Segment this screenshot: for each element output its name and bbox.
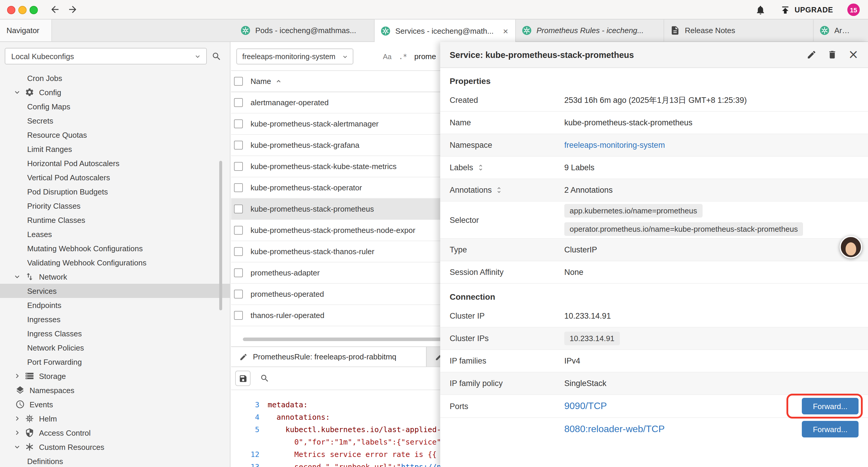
row-checkbox[interactable] [234, 311, 243, 320]
assistant-avatar[interactable] [840, 236, 862, 258]
sidebar-item-network-policies[interactable]: Network Policies [0, 341, 230, 355]
service-name: thanos-ruler-operated [251, 311, 324, 320]
sidebar-item-mutating-webhook-configurations[interactable]: Mutating Webhook Configurations [0, 241, 230, 255]
tab-release-notes[interactable]: Release Notes [664, 20, 814, 41]
sidebar-item-validating-webhook-configurations[interactable]: Validating Webhook Configurations [0, 255, 230, 269]
chevron-down-icon[interactable] [13, 272, 21, 281]
sidebar-item-label: Ingress Classes [27, 329, 82, 338]
row-value: app.kubernetes.io/name=prometheusoperato… [564, 204, 868, 236]
chevron-down-icon[interactable] [13, 443, 21, 451]
row-checkbox[interactable] [234, 119, 243, 128]
sidebar-item-port-forwarding[interactable]: Port Forwarding [0, 355, 230, 369]
sidebar-item-services[interactable]: Services [0, 284, 230, 298]
row-checkbox[interactable] [234, 162, 243, 171]
forward-button[interactable]: Forward... [802, 421, 859, 437]
sidebar-item-definitions[interactable]: Definitions [0, 454, 230, 467]
regex-icon[interactable]: .* [399, 52, 407, 61]
sidebar-item-config[interactable]: Config [0, 85, 230, 99]
titlebar: UPGRADE 15 [0, 0, 868, 20]
forward-icon[interactable] [67, 4, 78, 15]
row-checkbox[interactable] [234, 268, 243, 277]
sidebar-item-limit-ranges[interactable]: Limit Ranges [0, 142, 230, 156]
sidebar-item-config-maps[interactable]: Config Maps [0, 99, 230, 114]
sidebar-item-custom-resources[interactable]: Custom Resources [0, 440, 230, 454]
edit-icon[interactable] [807, 50, 817, 60]
name-column-header[interactable]: Name [251, 77, 282, 86]
sidebar-item-pod-disruption-budgets[interactable]: Pod Disruption Budgets [0, 184, 230, 199]
sidebar-search-icon[interactable] [212, 52, 222, 61]
sidebar-item-ingresses[interactable]: Ingresses [0, 312, 230, 326]
row-checkbox[interactable] [234, 98, 243, 107]
sidebar-item-endpoints[interactable]: Endpoints [0, 298, 230, 312]
row-label: Cluster IPs [440, 334, 564, 343]
sidebar-item-namespaces[interactable]: Namespaces [0, 383, 230, 397]
code-text: annotations: [268, 411, 330, 423]
chevron-right-icon[interactable] [13, 414, 21, 423]
namespace-filter-select[interactable]: freeleaps-monitoring-system [236, 49, 353, 64]
drawer-row-namespace: Namespacefreeleaps-monitoring-system [440, 134, 868, 157]
back-icon[interactable] [50, 4, 60, 15]
service-name: kube-prometheus-stack-prometheus-node-ex… [251, 226, 415, 235]
close-tab-icon[interactable]: × [502, 26, 509, 36]
sidebar-item-leases[interactable]: Leases [0, 227, 230, 241]
port-link[interactable]: 8080:reloader-web/TCP [564, 424, 665, 435]
forward-button[interactable]: Forward... [802, 398, 859, 414]
sidebar-item-access-control[interactable]: Access Control [0, 426, 230, 440]
row-checkbox[interactable] [234, 183, 243, 192]
kubernetes-icon [380, 26, 391, 36]
sidebar-item-events[interactable]: Events [0, 397, 230, 411]
save-button[interactable] [235, 371, 251, 386]
list-search-input[interactable]: Aa .* prome [383, 42, 436, 71]
editor-search-icon[interactable] [260, 374, 270, 383]
sidebar-item-cron-jobs[interactable]: Cron Jobs [0, 71, 230, 85]
sidebar-item-ingress-classes[interactable]: Ingress Classes [0, 326, 230, 341]
window-minimize-button[interactable] [18, 6, 27, 14]
service-name: prometheus-operated [251, 290, 324, 298]
sort-toggle-icon[interactable] [495, 186, 503, 194]
sidebar-item-storage[interactable]: Storage [0, 369, 230, 383]
row-checkbox[interactable] [234, 205, 243, 213]
sidebar-item-priority-classes[interactable]: Priority Classes [0, 199, 230, 213]
sort-toggle-icon[interactable] [477, 164, 485, 171]
sidebar-item-network[interactable]: Network [0, 269, 230, 284]
tab-pods-icecheng-mathmas[interactable]: Pods - icecheng@mathmas... [235, 20, 375, 41]
sidebar-item-label: Leases [27, 230, 52, 238]
drawer-title: Service: kube-prometheus-stack-prometheu… [450, 50, 807, 59]
sidebar-item-label: Cron Jobs [27, 74, 62, 83]
custom-icon [25, 442, 34, 451]
tab-services-icecheng-math[interactable]: Services - icecheng@math...× [375, 20, 516, 42]
row-checkbox[interactable] [234, 247, 243, 256]
tab-argo-se[interactable]: Argo Se [814, 20, 859, 41]
drawer-row-ip-family-policy: IP family policySingleStack [440, 372, 868, 395]
close-icon[interactable]: × [848, 49, 859, 61]
kubeconfig-selector[interactable]: Local Kubeconfigs [5, 48, 207, 64]
sidebar-scrollbar[interactable] [219, 161, 222, 310]
chevron-right-icon[interactable] [13, 429, 21, 437]
sidebar-item-horizontal-pod-autoscalers[interactable]: Horizontal Pod Autoscalers [0, 156, 230, 170]
window-zoom-button[interactable] [30, 6, 38, 14]
row-checkbox[interactable] [234, 290, 243, 298]
notification-count-badge[interactable]: 15 [847, 4, 860, 16]
drawer-row-annotations: Annotations2 Annotations [440, 179, 868, 202]
row-checkbox[interactable] [234, 141, 243, 150]
navigator-panel-tab[interactable]: Navigator [0, 20, 52, 41]
drawer-row-session-affinity: Session AffinityNone [440, 261, 868, 284]
sidebar-item-helm[interactable]: Helm [0, 411, 230, 426]
namespace-link[interactable]: freeleaps-monitoring-system [564, 141, 665, 150]
sidebar-item-runtime-classes[interactable]: Runtime Classes [0, 213, 230, 227]
sidebar-item-vertical-pod-autoscalers[interactable]: Vertical Pod Autoscalers [0, 170, 230, 184]
select-all-checkbox[interactable] [234, 77, 243, 86]
tab-prometheus-rules-icecheng[interactable]: Prometheus Rules - icecheng... [516, 20, 664, 41]
upgrade-button[interactable]: UPGRADE [780, 4, 833, 15]
window-close-button[interactable] [7, 6, 16, 14]
match-case-icon[interactable]: Aa [383, 52, 392, 61]
port-link[interactable]: 9090/TCP [564, 401, 607, 411]
delete-icon[interactable] [828, 50, 838, 60]
dock-tab-prometheusrule-freeleaps-prod-rabbitmq[interactable]: PrometheusRule: freeleaps-prod-rabbitmq [231, 347, 427, 367]
sidebar-item-secrets[interactable]: Secrets [0, 114, 230, 128]
row-checkbox[interactable] [234, 226, 243, 235]
notifications-bell-icon[interactable] [755, 4, 766, 15]
sidebar-item-resource-quotas[interactable]: Resource Quotas [0, 128, 230, 142]
chevron-right-icon[interactable] [13, 372, 21, 380]
chevron-down-icon[interactable] [13, 88, 21, 96]
